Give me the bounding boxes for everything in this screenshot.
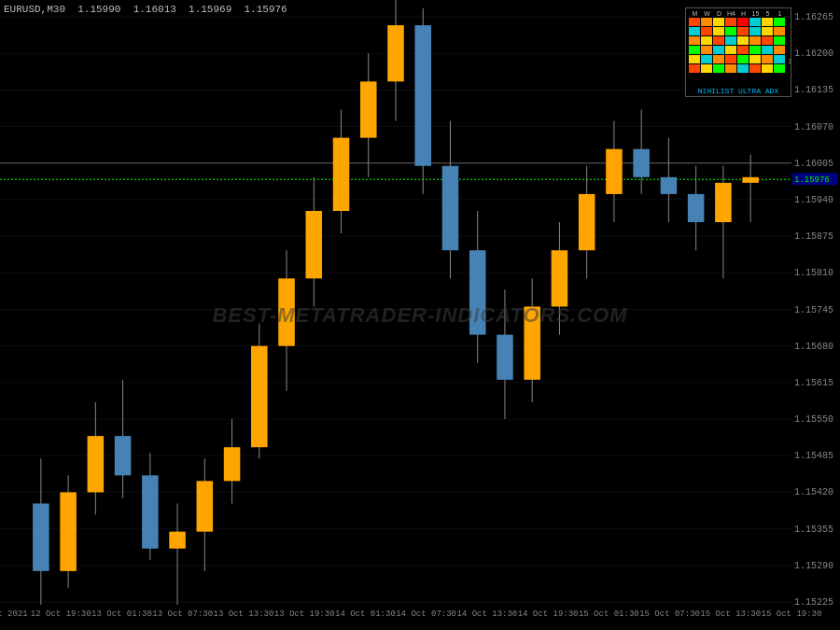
price-high: 1.16013: [133, 4, 176, 15]
adx-grid-canvas: [686, 8, 791, 81]
price-close: 1.15976: [244, 4, 287, 15]
price-low: 1.15969: [189, 4, 231, 15]
chart-header: EURUSD,M30 1.15990 1.16013 1.15969 1.159…: [4, 4, 287, 15]
indicator-title: NIHILIST ULTRA ADX: [686, 86, 791, 96]
chart-container: EURUSD,M30 1.15990 1.16013 1.15969 1.159…: [0, 0, 840, 630]
adx-indicator-box: NIHILIST ULTRA ADX: [685, 7, 791, 97]
price-open: 1.15990: [77, 4, 120, 15]
watermark-text: BEST-METATRADER-INDICATORS.COM: [212, 303, 627, 328]
symbol-label: EURUSD,M30: [4, 4, 65, 15]
